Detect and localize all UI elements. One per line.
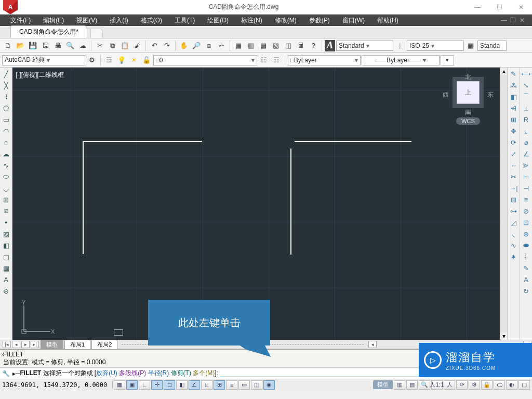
copy-icon[interactable]: ⧉: [107, 40, 118, 51]
inspection-icon[interactable]: ⬬: [521, 240, 531, 250]
minimize-button[interactable]: —: [467, 0, 488, 15]
workspace-combo[interactable]: AutoCAD 经典▾: [2, 55, 85, 65]
model-space-button[interactable]: 模型: [373, 380, 393, 389]
dim-aligned-icon[interactable]: ⤡: [521, 80, 531, 90]
ellipse-icon[interactable]: ⬭: [1, 171, 11, 182]
layer-iso-icon[interactable]: ☶: [271, 55, 282, 66]
undo-icon[interactable]: ↶: [149, 40, 160, 51]
chamfer-icon[interactable]: ◿: [509, 217, 519, 228]
mirror-icon[interactable]: ◧: [509, 91, 519, 102]
mdi-minimize-icon[interactable]: —: [501, 17, 508, 24]
lock-ui-icon[interactable]: 🔒: [481, 380, 493, 390]
tolerance-icon[interactable]: ⊡: [521, 217, 531, 228]
polar-toggle[interactable]: ✛: [151, 380, 163, 390]
explode-icon[interactable]: ✶: [509, 251, 519, 262]
dimtedit-icon[interactable]: A: [521, 274, 531, 285]
redo-icon[interactable]: ↷: [161, 40, 172, 51]
dimstyle-combo[interactable]: ISO-25▾: [407, 41, 464, 51]
offset-icon[interactable]: ⩤: [509, 103, 519, 113]
jogged-linear-icon[interactable]: ⦚: [521, 251, 531, 262]
spline-icon[interactable]: ∿: [1, 160, 11, 170]
grid-toggle[interactable]: ▣: [126, 380, 138, 390]
arc-icon[interactable]: ◠: [1, 126, 11, 136]
layer-combo[interactable]: □ 0▾: [153, 55, 257, 65]
block-icon[interactable]: ⧈: [1, 206, 11, 216]
menu-format[interactable]: 格式(O): [135, 15, 168, 26]
menu-edit[interactable]: 编辑(E): [37, 15, 70, 26]
lineweight-combo[interactable]: ▾: [441, 55, 454, 65]
tpy-toggle[interactable]: ▭: [238, 380, 250, 390]
menu-dimension[interactable]: 标注(N): [235, 15, 269, 26]
erase-icon[interactable]: ✎: [509, 69, 519, 79]
dim-angular-icon[interactable]: ∠: [521, 149, 531, 159]
qdim-icon[interactable]: ⫸: [521, 160, 531, 170]
layer-lock-icon[interactable]: 🔓: [141, 55, 152, 66]
quickview2-icon[interactable]: ▤: [406, 380, 418, 390]
menu-window[interactable]: 窗口(W): [336, 15, 371, 26]
dim-baseline-icon[interactable]: ⊢: [521, 171, 531, 182]
layer-bulb-icon[interactable]: 💡: [116, 55, 127, 66]
ortho-toggle[interactable]: ∟: [139, 380, 150, 390]
isolate-icon[interactable]: ◐: [506, 380, 517, 390]
trim-icon[interactable]: ✂: [509, 171, 519, 182]
center-mark-icon[interactable]: ⊕: [521, 229, 531, 239]
drawing-line[interactable]: [290, 149, 291, 255]
gradient-icon[interactable]: ◧: [1, 240, 11, 250]
line-icon[interactable]: ╱: [1, 69, 11, 79]
ellipse-arc-icon[interactable]: ◡: [1, 183, 11, 193]
next-tab-icon[interactable]: ▸: [21, 341, 30, 348]
dim-diameter-icon[interactable]: ⌀: [521, 137, 531, 148]
dim-space-icon[interactable]: ≡: [521, 194, 531, 205]
extend-icon[interactable]: →|: [509, 183, 519, 193]
point-icon[interactable]: •: [1, 217, 11, 228]
viewcube-face[interactable]: 上: [457, 81, 480, 104]
break-icon[interactable]: ⊟: [509, 194, 519, 205]
3dosnap-toggle[interactable]: ◧: [176, 380, 188, 390]
designcenter-icon[interactable]: ▥: [245, 40, 257, 51]
publish-icon[interactable]: ☁: [77, 40, 88, 51]
zoom-icon[interactable]: 🔎: [191, 40, 202, 51]
dim-radius-icon[interactable]: R: [521, 114, 531, 125]
menu-help[interactable]: 帮助(H): [371, 15, 405, 26]
dyn-toggle[interactable]: ⊞: [214, 380, 225, 390]
drawing-line[interactable]: [295, 141, 411, 142]
cmd-close-icon[interactable]: ×: [1, 351, 4, 358]
sc-toggle[interactable]: ◉: [263, 380, 275, 390]
new-icon[interactable]: 🗋: [2, 40, 14, 51]
array-icon[interactable]: ⊞: [509, 114, 519, 125]
region-icon[interactable]: ▢: [1, 251, 11, 262]
sheetset-icon[interactable]: ▧: [270, 40, 282, 51]
polygon-icon[interactable]: ⬠: [1, 103, 11, 113]
lwt-toggle[interactable]: ≡: [226, 380, 237, 390]
zoom-window-icon[interactable]: ⧈: [203, 40, 215, 51]
viewcube[interactable]: 北 西 东 上 南 WCS: [445, 72, 491, 129]
drawing-viewport[interactable]: [-][俯视][二维线框 X Y 北 西 东 上 南 WCS: [12, 68, 500, 340]
menu-view[interactable]: 视图(V): [70, 15, 103, 26]
prev-tab-icon[interactable]: ◂: [12, 341, 20, 348]
cmd-config-icon[interactable]: 🔧: [2, 370, 10, 377]
viewport-label[interactable]: [-][俯视][二维线框: [16, 71, 64, 79]
fillet-icon[interactable]: ◟: [509, 229, 519, 239]
dim-linear-icon[interactable]: ⟷: [521, 69, 531, 79]
quickview-icon[interactable]: ▥: [394, 380, 405, 390]
saveas-icon[interactable]: 🖫: [39, 40, 51, 51]
rotate-icon[interactable]: ⟳: [509, 137, 519, 148]
preview-icon[interactable]: 🔍: [64, 40, 76, 51]
workspace-settings-icon[interactable]: ⚙: [86, 55, 98, 66]
menu-parametric[interactable]: 参数(P): [303, 15, 336, 26]
matchprop-icon[interactable]: 🖌: [131, 40, 143, 51]
join-icon[interactable]: ⊶: [509, 206, 519, 216]
hatch-icon[interactable]: ▨: [1, 229, 11, 239]
open-icon[interactable]: 📂: [15, 40, 26, 51]
qp-toggle[interactable]: ◫: [251, 380, 262, 390]
new-tab-button[interactable]: [90, 29, 103, 38]
pan-icon[interactable]: ✋: [178, 40, 190, 51]
help-icon[interactable]: ?: [308, 40, 319, 51]
dim-jogged-icon[interactable]: ⦜: [521, 126, 531, 136]
app-logo[interactable]: A: [3, 0, 18, 15]
color-combo[interactable]: □ ByLayer▾: [288, 55, 361, 65]
menu-draw[interactable]: 绘图(D): [201, 15, 235, 26]
drawing-line[interactable]: [83, 141, 202, 142]
tablestyle-icon[interactable]: ▦: [465, 40, 476, 51]
plot-icon[interactable]: 🖶: [52, 40, 63, 51]
